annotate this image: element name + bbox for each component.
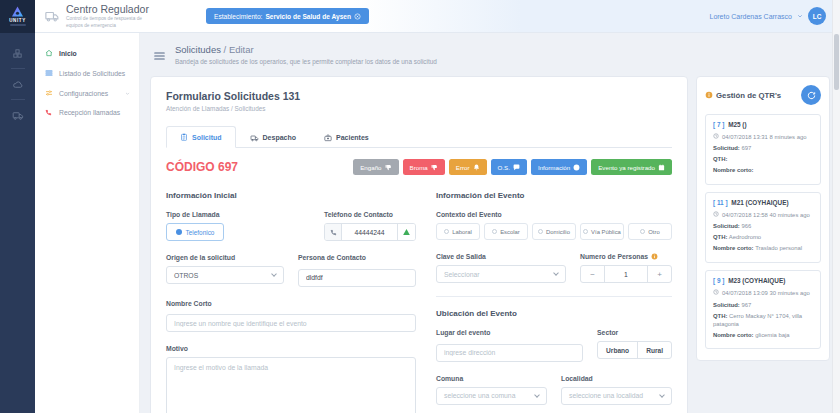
sector-toggle: Urbano Rural [597,341,672,359]
sliders-icon [44,89,53,97]
sidebar-item-recepcion-llamadas[interactable]: Recepción llamadas [35,103,139,122]
solicitud-form-card: Formulario Solicitudes 131 Atención de L… [150,76,688,413]
user-menu[interactable]: Loreto Cardenas Carrasco LC [710,7,827,25]
contexto-label: Contexto del Evento [436,211,672,218]
rail-ambulance-button[interactable] [0,104,35,126]
tipo-llamada-label: Tipo de Llamada [166,211,224,218]
button-label: Error [456,164,470,171]
action-buttons: Engaño Broma Error O.S. [353,159,672,175]
persona-contacto-input[interactable] [298,269,416,287]
personas-value: 1 [605,266,647,282]
chevron-down-icon [553,270,559,276]
origen-select[interactable]: OTROS [166,266,284,284]
establishment-value: Servicio de Salud de Aysen [265,13,351,20]
button-label: O.S. [498,164,510,171]
comuna-select[interactable]: seleccione una comuna [436,387,547,405]
breadcrumb-subtitle: Bandeja de solicitudes de los operarios,… [175,58,437,65]
info-icon [651,253,658,260]
sidebar-item-listado-solicitudes[interactable]: Listado de Solicitudes [35,63,139,83]
chevron-down-icon [659,392,665,398]
home-icon [44,49,53,57]
refresh-button[interactable] [801,85,821,105]
avatar[interactable]: LC [808,7,826,25]
option-label: Domicilio [546,229,570,235]
rail-equipment-button[interactable] [0,42,35,64]
contexto-option-escolar[interactable]: Escolar [484,223,528,240]
rail-divider [11,99,25,100]
sidebar-item-inicio[interactable]: Inicio [35,43,139,63]
close-icon[interactable] [354,13,361,20]
engano-button[interactable]: Engaño [353,159,398,175]
chevron-down-icon [797,13,803,19]
scrollbar-thumb[interactable] [834,34,839,90]
lugar-evento-input[interactable] [436,344,583,362]
clock-icon [713,289,719,295]
telefonico-toggle[interactable]: Telefonico [166,223,224,241]
qtr-qth-label: QTH: [713,313,727,319]
sector-urbano-button[interactable]: Urbano [598,342,637,358]
tab-solicitud[interactable]: Solicitud [166,126,236,148]
radio-icon [640,229,645,234]
unity-logo[interactable]: UNITY [0,0,35,33]
localidad-select[interactable]: seleccione una localidad [561,387,672,405]
breadcrumb-root[interactable]: Solicitudes [175,44,221,55]
informacion-button[interactable]: Información [531,159,587,175]
brand-name: UNITY [9,18,26,23]
broma-button[interactable]: Broma [403,159,445,175]
tab-label: Despacho [263,134,296,141]
nombre-corto-input[interactable] [166,314,416,332]
info-icon [705,91,713,99]
app-title: Centro Regulador [66,3,158,15]
contexto-option-domicilio[interactable]: Domicilio [532,223,576,240]
form-subtitle: Atención de Llamadas / Solicitudes [166,105,672,112]
section-informacion-inicial: Información Inicial [166,191,416,200]
calendar-icon [658,164,665,171]
main-content: Solicitudes / Editar Bandeja de solicitu… [140,33,840,413]
qtr-code: [ 11 ] [713,199,728,206]
qtr-card-2[interactable]: [ 11 ] M21 (COYHAIQUE) 04/07/2018 12:58 … [705,192,821,263]
app-subtitle: Control de tiempos de respuesta de equip… [66,16,158,29]
qtr-card-1[interactable]: [ 7 ] M25 () 04/07/2018 13:31 8 minutes … [705,114,821,185]
contexto-option-via-publica[interactable]: Vía Pública [580,223,624,240]
qtr-solicitud-label: Solicitud: [713,223,740,229]
os-button[interactable]: O.S. [491,159,527,175]
clock-icon [713,211,719,217]
qtr-solicitud-label: Solicitud: [713,302,740,308]
section-informacion-evento: Información del Evento [436,191,672,200]
qtr-code: [ 7 ] [713,121,724,128]
form-title: Formulario Solicitudes 131 [166,90,672,102]
persona-contacto-label: Persona de Contacto [298,254,416,261]
clave-salida-select[interactable]: Seleccionar [436,265,566,283]
numero-personas-label: Numero de Personas [580,253,648,260]
sidebar-menu: Inicio Listado de Solicitudes Configurac… [35,33,140,413]
phone-verify-button[interactable] [397,224,415,240]
sector-rural-button[interactable]: Rural [637,342,671,358]
contexto-option-otro[interactable]: Otro [628,223,672,240]
tab-label: Solicitud [192,134,222,141]
tab-pacientes[interactable]: Pacientes [310,126,383,148]
sidebar-item-configuraciones[interactable]: Configuraciones [35,83,139,103]
motivo-label: Motivo [166,345,416,352]
qtr-unit: M23 (COYHAIQUE) [728,277,785,284]
cloud-icon [12,79,24,90]
scrollbar[interactable] [832,0,840,413]
qtr-short-label: Nombre corto: [713,245,754,251]
qtr-ago: 30 minutes ago [770,290,810,296]
establishment-badge[interactable]: Establecimiento: Servicio de Salud de Ay… [206,8,369,24]
telefonico-label: Telefonico [186,229,215,236]
refresh-icon [807,91,816,100]
qtr-card-3[interactable]: [ 9 ] M23 (COYHAIQUE) 04/07/2018 13:09 3… [705,270,821,349]
evento-registrado-button[interactable]: Evento ya registrado [591,159,672,175]
minus-button[interactable]: − [581,266,605,282]
chevron-down-icon [534,392,540,398]
motivo-textarea[interactable] [166,357,416,413]
plus-button[interactable]: + [647,266,671,282]
phone-input[interactable] [342,224,397,240]
localidad-placeholder: seleccione una localidad [569,392,643,399]
section-divider [436,296,672,297]
rail-dashboard-button[interactable] [0,73,35,95]
contexto-option-laboral[interactable]: Laboral [436,223,480,240]
tab-despacho[interactable]: Despacho [236,126,310,148]
qtr-unit: M25 () [728,121,746,128]
error-button[interactable]: Error [449,159,487,175]
